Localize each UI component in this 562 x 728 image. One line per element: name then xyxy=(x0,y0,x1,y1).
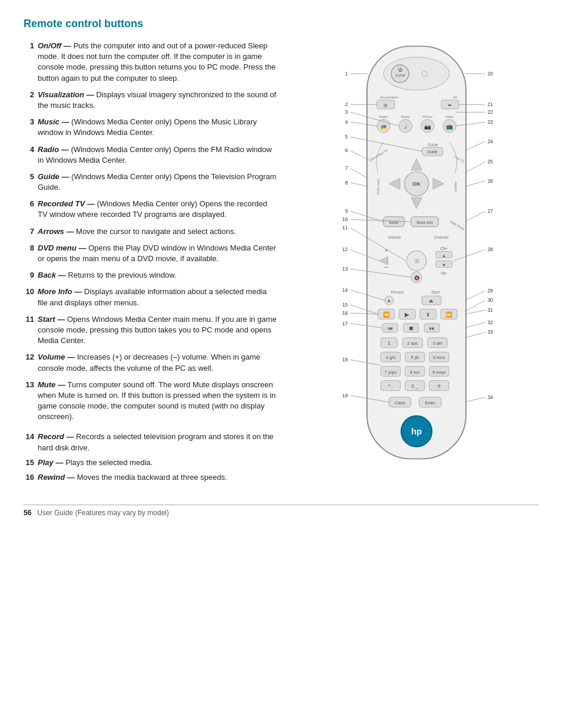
item-label: More Info xyxy=(38,287,72,296)
list-item: 3 Music — (Windows Media Center only) Op… xyxy=(24,117,277,138)
svg-text:📷: 📷 xyxy=(424,123,431,130)
text-column: 1 On/Off — Puts the computer into and ou… xyxy=(24,41,277,487)
list-item: 16 Rewind — Moves the media backward at … xyxy=(24,472,277,483)
svg-text:Ch-: Ch- xyxy=(441,271,447,275)
svg-text:1: 1 xyxy=(345,71,348,77)
item-body: DVD menu — Opens the Play DVD window in … xyxy=(38,243,277,264)
svg-line-121 xyxy=(351,183,368,187)
svg-line-167 xyxy=(465,310,485,314)
svg-text:22: 22 xyxy=(487,109,493,115)
list-item: 4 Radio — (Windows Media Center only) Op… xyxy=(24,144,277,166)
svg-text:3: 3 xyxy=(345,109,348,115)
svg-text:♩: ♩ xyxy=(404,123,407,130)
item-body: Visualization — Displays visual imagery … xyxy=(38,90,277,111)
svg-text:11: 11 xyxy=(342,225,348,230)
svg-line-173 xyxy=(465,397,485,402)
svg-text:23: 23 xyxy=(487,119,493,125)
svg-text:back: back xyxy=(389,220,399,225)
svg-line-159 xyxy=(465,211,485,222)
item-number: 7 xyxy=(24,226,34,237)
item-body: Arrows — Move the cursor to navigate and… xyxy=(38,226,277,237)
svg-line-163 xyxy=(465,291,485,301)
svg-text:Volume: Volume xyxy=(388,235,401,239)
svg-text:Video: Video xyxy=(445,115,454,118)
svg-text:⏪: ⏪ xyxy=(383,311,390,318)
svg-text:Clear: Clear xyxy=(395,400,405,406)
item-label: Volume xyxy=(38,353,65,361)
svg-text:29: 29 xyxy=(487,288,493,294)
item-number: 12 xyxy=(24,352,34,373)
item-body: Back — Returns to the previous window. xyxy=(38,270,277,281)
svg-text:▤: ▤ xyxy=(384,103,388,108)
svg-text:●: ● xyxy=(388,298,391,304)
svg-text:3 def: 3 def xyxy=(432,341,443,346)
item-body: On/Off — Puts the computer into and out … xyxy=(38,41,277,84)
item-body: Radio — (Windows Media Center only) Open… xyxy=(38,144,277,166)
svg-text:AV: AV xyxy=(453,95,457,99)
svg-text:Radio: Radio xyxy=(379,115,388,118)
item-number: 2 xyxy=(24,90,34,111)
svg-text:▲: ▲ xyxy=(442,253,446,258)
svg-text:16: 16 xyxy=(342,310,348,316)
item-number: 14 xyxy=(24,431,34,453)
svg-text:0 _: 0 _ xyxy=(411,383,418,389)
item-body: Record — Records a selected television p… xyxy=(38,431,277,453)
list-item: 9 Back — Returns to the previous window. xyxy=(24,270,277,281)
item-body: Mute — Turns computer sound off. The wor… xyxy=(38,380,277,423)
svg-text:⏏: ⏏ xyxy=(429,298,434,304)
item-label: Rewind xyxy=(38,473,65,482)
svg-text:Picture: Picture xyxy=(422,115,432,118)
svg-line-119 xyxy=(351,169,368,179)
svg-text:1: 1 xyxy=(388,340,391,346)
svg-text:7: 7 xyxy=(345,165,348,171)
svg-text:DVD menu: DVD menu xyxy=(376,179,380,195)
svg-text:#: # xyxy=(438,383,441,389)
list-item: 8 DVD menu — Opens the Play DVD window i… xyxy=(24,243,277,264)
item-number: 3 xyxy=(24,117,34,138)
svg-text:Record: Record xyxy=(391,290,404,294)
list-item: 10 More Info — Displays available inform… xyxy=(24,286,277,308)
svg-text:27: 27 xyxy=(487,208,493,214)
item-body: Guide — (Windows Media Center only) Open… xyxy=(38,172,277,193)
svg-line-169 xyxy=(465,322,485,328)
svg-text:⏸: ⏸ xyxy=(425,312,431,318)
svg-text:26: 26 xyxy=(487,178,493,184)
item-number: 15 xyxy=(24,457,34,468)
item-label: On/Off xyxy=(38,41,61,50)
item-label: Music xyxy=(38,117,59,126)
svg-text:31: 31 xyxy=(487,307,493,313)
svg-text:6 mno: 6 mno xyxy=(433,355,445,360)
svg-text:33: 33 xyxy=(487,329,493,335)
svg-text:⏮: ⏮ xyxy=(388,325,393,331)
list-item: 5 Guide — (Windows Media Center only) Op… xyxy=(24,172,277,193)
svg-line-165 xyxy=(465,301,485,312)
svg-text:10: 10 xyxy=(342,216,348,222)
list-item: 2 Visualization — Displays visual imager… xyxy=(24,90,277,111)
item-number: 4 xyxy=(24,144,34,166)
footer-page-number: 56 xyxy=(24,509,31,517)
svg-line-171 xyxy=(465,332,485,338)
svg-text:20: 20 xyxy=(487,71,493,77)
item-label: Arrows xyxy=(38,227,64,236)
item-number: 16 xyxy=(24,472,34,483)
svg-text:30: 30 xyxy=(487,297,493,303)
item-number: 8 xyxy=(24,243,34,264)
svg-text:Guide: Guide xyxy=(428,143,438,147)
item-label: DVD menu xyxy=(38,243,77,252)
svg-text:▶: ▶ xyxy=(405,311,409,318)
item-body: Rewind — Moves the media backward at thr… xyxy=(38,472,277,483)
svg-text:21: 21 xyxy=(487,101,493,107)
svg-text:32: 32 xyxy=(487,319,493,325)
svg-text:4 ghi: 4 ghi xyxy=(386,355,396,360)
svg-text:9: 9 xyxy=(345,208,348,214)
svg-text:4: 4 xyxy=(345,119,348,125)
svg-text:🔇: 🔇 xyxy=(414,275,420,281)
svg-text:8: 8 xyxy=(345,180,348,186)
svg-text:Channel: Channel xyxy=(434,235,449,239)
list-item: 14 Record — Records a selected televisio… xyxy=(24,431,277,453)
svg-text:📻: 📻 xyxy=(381,123,387,130)
svg-text:17: 17 xyxy=(342,321,348,327)
item-label: Start xyxy=(38,315,55,324)
svg-line-157 xyxy=(465,181,485,186)
svg-text:25: 25 xyxy=(487,159,493,164)
